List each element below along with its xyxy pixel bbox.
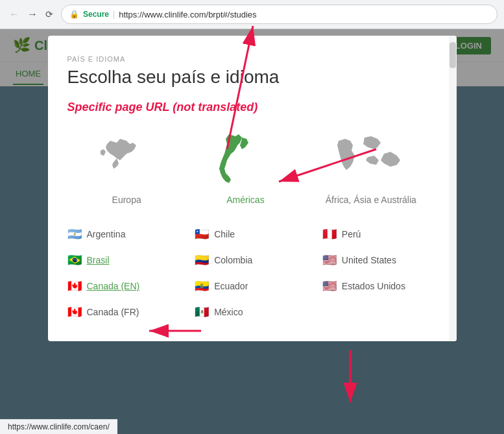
country-language-modal: PAÍS E IDIOMA Escolha seu país e idioma …	[48, 36, 457, 341]
europa-map-svg	[88, 131, 165, 189]
country-name: México	[214, 307, 243, 317]
africa-map-svg	[332, 131, 410, 189]
europa-map-item[interactable]: Europa	[88, 131, 165, 205]
country-name: Estados Unidos	[342, 281, 405, 291]
africa-map-item[interactable]: África, Ásia e Austrália	[326, 131, 416, 205]
americas-label: Américas	[226, 195, 264, 205]
flag-icon: 🇨🇱	[195, 227, 209, 241]
flag-icon: 🇨🇦	[67, 279, 82, 293]
africa-label: África, Ásia e Austrália	[326, 195, 416, 205]
scrollbar-track[interactable]	[449, 36, 457, 341]
country-name: Argentina	[87, 229, 126, 239]
flag-icon: 🇦🇷	[67, 227, 82, 241]
country-name: Colombia	[214, 255, 252, 265]
country-row2-col1[interactable]: 🇪🇨Ecuador	[195, 276, 309, 296]
modal-section-label: PAÍS E IDIOMA	[67, 55, 437, 63]
lock-icon: 🔒	[69, 10, 79, 19]
refresh-button[interactable]: ⟳	[43, 6, 56, 22]
flag-icon: 🇵🇪	[322, 227, 337, 241]
country-name: Ecuador	[214, 281, 248, 291]
flag-icon: 🇨🇦	[67, 305, 82, 319]
country-name: Brasil	[87, 255, 110, 265]
browser-chrome: ← → ⟳ 🔒 Secure | https://www.clinlife.co…	[0, 0, 504, 29]
americas-map-svg	[206, 131, 284, 189]
country-row0-col0[interactable]: 🇦🇷Argentina	[67, 224, 182, 244]
address-bar[interactable]: 🔒 Secure | https://www.clinlife.com/brpt…	[61, 5, 498, 24]
forward-button[interactable]: →	[25, 6, 40, 23]
country-row3-col2[interactable]	[322, 302, 437, 322]
flag-icon: 🇪🇨	[195, 279, 209, 293]
country-name: Canada (EN)	[87, 281, 140, 291]
country-row1-col1[interactable]: 🇨🇴Colombia	[195, 250, 309, 270]
secure-label: Secure	[83, 10, 109, 19]
europa-label: Europa	[112, 195, 141, 205]
separator: |	[113, 10, 115, 19]
country-row3-col1[interactable]: 🇲🇽México	[195, 302, 309, 322]
country-row1-col0[interactable]: 🇧🇷Brasil	[67, 250, 182, 270]
status-url: https://www.clinlife.com/caen/	[8, 422, 110, 431]
flag-icon: 🇺🇸	[322, 279, 337, 293]
modal-overlay: PAÍS E IDIOMA Escolha seu país e idioma …	[0, 29, 504, 434]
back-button[interactable]: ←	[6, 6, 22, 23]
country-row3-col0[interactable]: 🇨🇦Canada (FR)	[67, 302, 182, 322]
countries-grid: 🇦🇷Argentina🇨🇱Chile🇵🇪Perú🇧🇷Brasil🇨🇴Colomb…	[67, 224, 437, 322]
flag-icon: 🇲🇽	[195, 305, 209, 319]
flag-icon: 🇺🇸	[322, 253, 337, 267]
country-row1-col2[interactable]: 🇺🇸United States	[322, 250, 437, 270]
country-row2-col2[interactable]: 🇺🇸Estados Unidos	[322, 276, 437, 296]
country-name: United States	[342, 255, 396, 265]
status-bar: https://www.clinlife.com/caen/	[0, 419, 117, 434]
scrollbar-thumb[interactable]	[450, 42, 456, 68]
country-row0-col1[interactable]: 🇨🇱Chile	[195, 224, 309, 244]
modal-title: Escolha seu país e idioma	[67, 67, 437, 88]
country-row0-col2[interactable]: 🇵🇪Perú	[322, 224, 437, 244]
maps-section: Europa Américas	[67, 125, 437, 211]
country-name: Chile	[214, 229, 235, 239]
country-name: Perú	[342, 229, 361, 239]
url-text: https://www.clinlife.com/brpt#/studies	[119, 10, 256, 19]
flag-icon: 🇧🇷	[67, 253, 82, 267]
annotation-url-text: Specific page URL (not translated)	[67, 101, 437, 114]
website-background: 🌿 ClinLife LOGIN FAZER LOGIN HOME TODAS …	[0, 29, 504, 434]
americas-map-item[interactable]: Américas	[206, 131, 284, 205]
nav-buttons: ← → ⟳	[6, 6, 56, 23]
flag-icon: 🇨🇴	[195, 253, 209, 267]
country-row2-col0[interactable]: 🇨🇦Canada (EN)	[67, 276, 182, 296]
country-name: Canada (FR)	[87, 307, 139, 317]
